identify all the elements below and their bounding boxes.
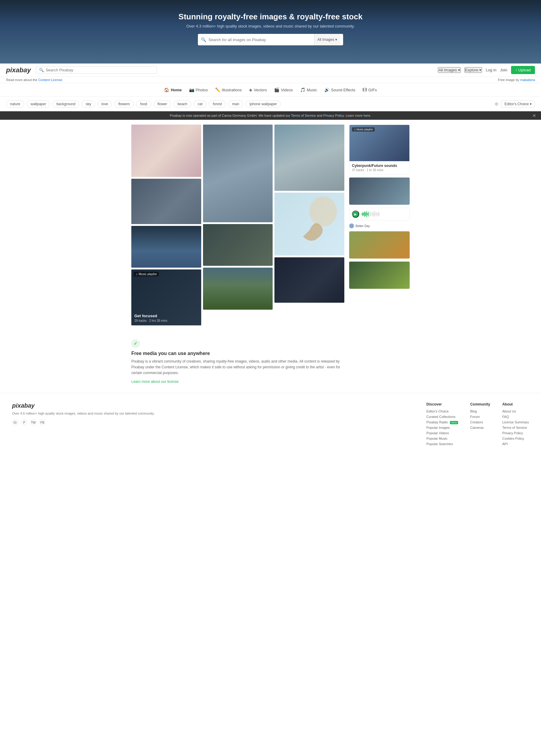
info-title: Free media you can use anywhere — [131, 351, 410, 356]
pixabay-logo[interactable]: pixabay — [6, 66, 31, 74]
twitter-icon[interactable]: TW — [30, 419, 36, 425]
footer-link-cameras[interactable]: Cameras — [470, 426, 490, 429]
license-bar: Read more about the Content License Free… — [0, 77, 541, 83]
tag-love[interactable]: love — [97, 101, 112, 108]
all-images-dropdown[interactable]: All Images ▾ — [438, 67, 460, 73]
login-button[interactable]: Log in — [486, 68, 496, 72]
gallery-col-1: ♫ Music playlist Get focused 29 tracks ·… — [131, 125, 201, 325]
header-search-input[interactable] — [46, 68, 153, 72]
hero-title: Stunning royalty-free images & royalty-f… — [6, 12, 535, 21]
footer-link-faq[interactable]: FAQ — [502, 415, 529, 418]
notification-close-button[interactable]: ✕ — [532, 113, 536, 119]
gallery-image-watch[interactable] — [274, 257, 344, 303]
editors-choice-button[interactable]: Editor's Choice ▾ — [501, 101, 535, 108]
tag-beach[interactable]: beach — [174, 101, 192, 108]
sidebar-playlist-card[interactable]: ♫ Music playlist Cyberpunk/Future sounds… — [349, 125, 410, 174]
footer-link-cookies[interactable]: Cookies Policy — [502, 437, 529, 440]
tag-iphone-wallpaper[interactable]: iphone wallpaper — [246, 101, 281, 108]
nav-videos[interactable]: 🎬 Videos — [274, 88, 293, 92]
footer-link-curated[interactable]: Curated Collections — [426, 415, 458, 418]
author-link[interactable]: makabera — [520, 78, 535, 82]
vectors-icon: ◈ — [249, 88, 253, 92]
footer-link-privacy[interactable]: Privacy Policy — [502, 431, 529, 435]
music-icon: 🎵 — [300, 88, 305, 92]
footer-link-popular-music[interactable]: Popular Music — [426, 437, 458, 440]
settings-icon[interactable]: ⚙ — [495, 102, 499, 107]
footer-link-editors-choice[interactable]: Editor's Choice — [426, 409, 458, 413]
gallery-image-landscape[interactable] — [203, 268, 273, 309]
illustrations-icon: ✏️ — [215, 88, 220, 92]
image-gallery: ♫ Music playlist Get focused 29 tracks ·… — [131, 125, 344, 325]
tag-background[interactable]: background — [52, 101, 79, 108]
tag-food[interactable]: food — [136, 101, 151, 108]
hero-all-images-dropdown[interactable]: All Images ▾ — [314, 34, 340, 45]
tag-nature[interactable]: nature — [6, 101, 24, 108]
gallery-col-3 — [274, 125, 344, 303]
nav-photos[interactable]: 📷 Photos — [189, 88, 208, 92]
tag-man[interactable]: man — [228, 101, 243, 108]
footer-link-popular-images[interactable]: Popular Images — [426, 426, 458, 429]
header-right: All Images ▾ Explore ▾ Log in Join ↑ Upl… — [438, 66, 535, 74]
notification-text: Pixabay is now operated as part of Canva… — [170, 114, 371, 117]
footer-link-radio[interactable]: Pixabay Radio NEW — [426, 420, 458, 424]
explore-dropdown[interactable]: Explore ▾ — [464, 67, 482, 73]
instagram-icon[interactable]: IG — [12, 419, 18, 425]
privacy-link[interactable]: Privacy Policy — [323, 114, 344, 117]
sidebar-image-orange[interactable] — [349, 231, 410, 259]
footer-link-forum[interactable]: Forum — [470, 415, 490, 418]
main-nav: 🏠 Home 📷 Photos ✏️ Illustrations ◈ Vecto… — [0, 83, 541, 97]
hero-section: Stunning royalty-free images & royalty-f… — [0, 0, 541, 64]
here-link[interactable]: here — [364, 114, 370, 117]
facebook-icon[interactable]: FB — [39, 419, 45, 425]
nav-videos-label: Videos — [281, 88, 293, 92]
nav-gifs[interactable]: 🎞 GIFs — [362, 88, 377, 92]
content-license-link[interactable]: Content License — [38, 78, 62, 82]
notification-bar: Pixabay is now operated as part of Canva… — [0, 111, 541, 120]
upload-button[interactable]: ↑ Upload — [511, 66, 535, 74]
sidebar-playlist-body: Cyberpunk/Future sounds 37 tracks · 1 hr… — [349, 161, 409, 174]
sidebar-image-green[interactable] — [349, 262, 410, 289]
hero-search-input[interactable] — [209, 38, 314, 42]
footer-link-popular-searches[interactable]: Popular Searches — [426, 442, 458, 446]
nav-illustrations[interactable]: ✏️ Illustrations — [215, 88, 242, 92]
nav-sound-effects-label: Sound Effects — [331, 88, 355, 92]
sidebar-image-sea[interactable] — [349, 177, 410, 205]
gallery-image-child[interactable] — [274, 125, 344, 191]
tag-flower[interactable]: flower — [154, 101, 171, 108]
footer-link-creators[interactable]: Creators — [470, 420, 490, 424]
info-learn-more-link[interactable]: Learn more about our license — [131, 379, 179, 384]
nav-home[interactable]: 🏠 Home — [164, 88, 182, 92]
terms-link[interactable]: Terms of Service — [291, 114, 316, 117]
footer-community-heading: Community — [470, 402, 490, 406]
gallery-image-city[interactable] — [131, 226, 201, 268]
footer-link-api[interactable]: API — [502, 442, 529, 446]
tag-forest[interactable]: forest — [209, 101, 226, 108]
pinterest-icon[interactable]: P — [21, 419, 27, 425]
tag-wallpaper[interactable]: wallpaper — [27, 101, 50, 108]
footer-link-blog[interactable]: Blog — [470, 409, 490, 413]
footer-about-heading: About — [502, 402, 529, 406]
join-button[interactable]: Join — [500, 68, 507, 72]
tag-sky[interactable]: sky — [82, 101, 95, 108]
gallery-playlist-card[interactable]: ♫ Music playlist Get focused 29 tracks ·… — [131, 269, 201, 325]
footer-logo[interactable]: pixabay — [12, 402, 414, 409]
gallery-image-flowers[interactable] — [131, 125, 201, 177]
gallery-image-pelican[interactable] — [203, 125, 273, 222]
audio-play-button[interactable]: ▶ — [352, 210, 359, 218]
gallery-image-croc[interactable] — [203, 224, 273, 266]
footer-link-about-us[interactable]: About Us — [502, 409, 529, 413]
license-free-text: Free image by makabera — [498, 78, 535, 82]
tag-flowers[interactable]: flowers — [114, 101, 134, 108]
sidebar-playlist-meta: 37 tracks · 1 hr 36 mins — [352, 168, 407, 172]
nav-music[interactable]: 🎵 Music — [300, 88, 317, 92]
footer-link-terms[interactable]: Terms of Service — [502, 426, 529, 429]
tag-cat[interactable]: cat — [194, 101, 206, 108]
footer-link-popular-videos[interactable]: Popular Videos — [426, 431, 458, 435]
nav-vectors[interactable]: ◈ Vectors — [249, 88, 267, 92]
gallery-image-rocks[interactable] — [131, 179, 201, 224]
nav-illustrations-label: Illustrations — [222, 88, 242, 92]
footer-link-license-summary[interactable]: License Summary — [502, 420, 529, 424]
nav-sound-effects[interactable]: 🔊 Sound Effects — [324, 88, 355, 92]
nav-vectors-label: Vectors — [254, 88, 267, 92]
gallery-image-illustration[interactable] — [274, 193, 344, 256]
